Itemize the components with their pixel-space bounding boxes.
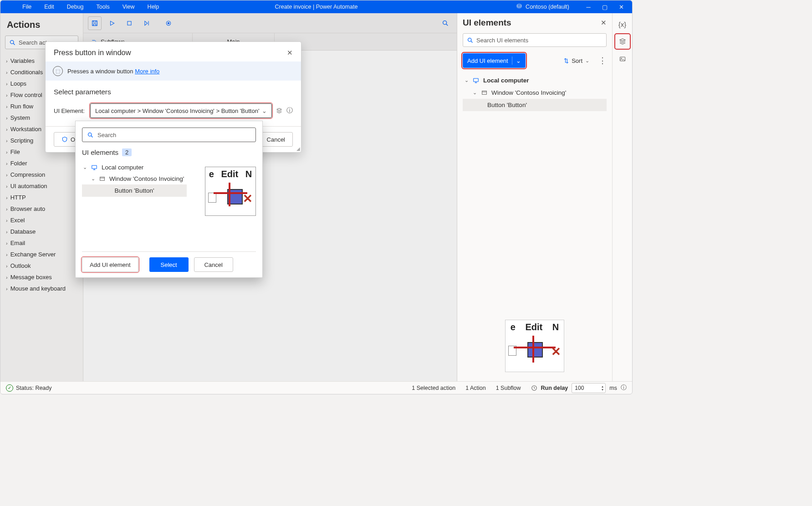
dropdown-cancel-button[interactable]: Cancel — [194, 257, 233, 272]
ui-element-combobox[interactable]: Local computer > Window 'Contoso Invoici… — [90, 103, 272, 118]
run-delay-input[interactable]: 100▴▾ — [572, 383, 606, 393]
dropdown-node-window[interactable]: ⌄ Window 'Contoso Invoicing' — [82, 173, 187, 184]
tree-node-button[interactable]: Button 'Button' — [463, 99, 607, 111]
dropdown-node-computer[interactable]: ⌄ Local computer — [82, 162, 187, 173]
tree-label: Local computer — [483, 77, 529, 84]
tree-node-window[interactable]: ⌄ Window 'Contoso Invoicing' — [463, 87, 607, 99]
dialog-close-button[interactable]: ✕ — [287, 49, 293, 57]
sort-button[interactable]: ⇅ Sort ⌄ — [564, 57, 589, 64]
chevron-right-icon: › — [6, 195, 8, 200]
dialog-cancel-button[interactable]: Cancel — [259, 132, 293, 147]
actions-title: Actions — [7, 20, 78, 30]
menu-debug[interactable]: Debug — [67, 4, 84, 10]
run-button[interactable] — [105, 16, 119, 30]
menu-help[interactable]: Help — [148, 4, 159, 10]
actions-search-placeholder: Search act — [19, 39, 47, 46]
chevron-right-icon: › — [6, 229, 8, 235]
action-group[interactable]: ›Excel — [5, 215, 78, 225]
chevron-right-icon: › — [6, 70, 8, 75]
add-ui-element-button[interactable]: Add UI element ⌄ — [463, 53, 526, 68]
action-label: System — [10, 114, 30, 121]
variables-rail-button[interactable]: {x} — [615, 17, 630, 31]
close-pane-button[interactable]: ✕ — [601, 19, 607, 27]
tree-node-computer[interactable]: ⌄ Local computer — [463, 74, 607, 87]
status-subflows: 1 Subflow — [496, 385, 521, 391]
action-group[interactable]: ›Browser auto — [5, 204, 78, 214]
computer-icon — [91, 164, 98, 171]
preview-text: Edit — [221, 169, 238, 179]
action-group[interactable]: ›Message boxes — [5, 272, 78, 282]
preview-crosshair — [514, 336, 556, 363]
environment-picker[interactable]: Contoso (default) — [516, 4, 569, 10]
chevron-right-icon: › — [6, 263, 8, 269]
ui-element-preview: eEditN ✕ — [505, 320, 564, 372]
info-icon[interactable]: ⓘ — [621, 384, 627, 392]
clock-icon — [531, 385, 537, 391]
action-group[interactable]: ›Database — [5, 226, 78, 237]
search-flow-button[interactable] — [439, 16, 452, 30]
action-label: HTTP — [10, 194, 26, 201]
dropdown-add-ui-element-button[interactable]: Add UI element — [82, 257, 138, 272]
svg-rect-9 — [482, 91, 486, 95]
chevron-right-icon: › — [6, 104, 8, 109]
minimize-button[interactable]: ─ — [581, 2, 596, 11]
stop-button[interactable] — [123, 16, 136, 30]
chevron-right-icon: › — [6, 240, 8, 246]
dropdown-node-label: Button 'Button' — [115, 187, 154, 194]
dialog-title: Press button in window — [54, 48, 131, 57]
chevron-right-icon: › — [6, 92, 8, 98]
action-group[interactable]: ›Email — [5, 238, 78, 248]
dialog-info-banner: ⬚ Presses a window button More info — [46, 61, 301, 81]
chevron-right-icon: › — [6, 81, 8, 87]
menu-view[interactable]: View — [123, 4, 135, 10]
action-group[interactable]: ›Outlook — [5, 261, 78, 271]
window-icon — [99, 176, 106, 182]
chevron-right-icon: › — [6, 184, 8, 189]
action-group[interactable]: ›UI automation — [5, 181, 78, 191]
info-icon[interactable]: ⓘ — [286, 107, 293, 115]
window-icon — [480, 90, 488, 96]
step-button[interactable] — [140, 16, 153, 30]
ui-element-value: Local computer > Window 'Contoso Invoici… — [95, 107, 259, 114]
stepper-arrows[interactable]: ▴▾ — [602, 385, 603, 391]
more-options-button[interactable]: ⋮ — [598, 56, 607, 66]
more-info-link[interactable]: More info — [135, 68, 159, 75]
action-group[interactable]: ›Compression — [5, 169, 78, 180]
ui-elements-search[interactable]: Search UI elements — [463, 33, 607, 47]
dropdown-search[interactable]: Search — [82, 128, 256, 142]
close-button[interactable]: ✕ — [614, 2, 628, 11]
dropdown-select-button[interactable]: Select — [149, 257, 189, 272]
menu-tools[interactable]: Tools — [97, 4, 110, 10]
record-button[interactable] — [162, 16, 175, 30]
images-rail-button[interactable] — [615, 51, 630, 66]
ui-elements-rail-button[interactable] — [615, 34, 630, 49]
maximize-button[interactable]: ▢ — [598, 2, 612, 11]
save-button[interactable] — [88, 16, 102, 30]
svg-rect-14 — [92, 165, 97, 169]
add-ui-element-dropdown[interactable]: ⌄ — [512, 56, 521, 65]
action-group[interactable]: ›Exchange Server — [5, 249, 78, 260]
action-group[interactable]: ›HTTP — [5, 192, 78, 203]
ui-element-picker-button[interactable] — [276, 107, 283, 114]
ui-search-placeholder: Search UI elements — [476, 37, 528, 44]
status-ok-icon: ✓ — [6, 384, 13, 392]
menu-file[interactable]: File — [22, 4, 31, 10]
parameters-heading: Select parameters — [54, 88, 293, 96]
dropdown-node-label: Window 'Contoso Invoicing' — [109, 175, 184, 182]
action-label: Excel — [10, 217, 25, 224]
action-group[interactable]: ›Folder — [5, 158, 78, 169]
menu-edit[interactable]: Edit — [44, 4, 54, 10]
run-delay-value: 100 — [575, 385, 584, 391]
action-label: Conditionals — [10, 69, 43, 76]
action-label: Folder — [10, 160, 27, 167]
banner-text: Presses a window button — [67, 68, 133, 75]
action-label: Exchange Server — [10, 251, 56, 258]
resize-grip[interactable]: ◢ — [296, 146, 300, 151]
environment-label: Contoso (default) — [526, 4, 569, 10]
svg-rect-15 — [100, 177, 105, 181]
dropdown-node-button[interactable]: Button 'Button' — [82, 184, 187, 197]
action-group[interactable]: ›Mouse and keyboard — [5, 283, 78, 294]
chevron-right-icon: › — [6, 58, 8, 64]
ui-elements-pane: UI elements ✕ Search UI elements Add UI … — [457, 13, 612, 381]
svg-point-1 — [10, 40, 14, 44]
